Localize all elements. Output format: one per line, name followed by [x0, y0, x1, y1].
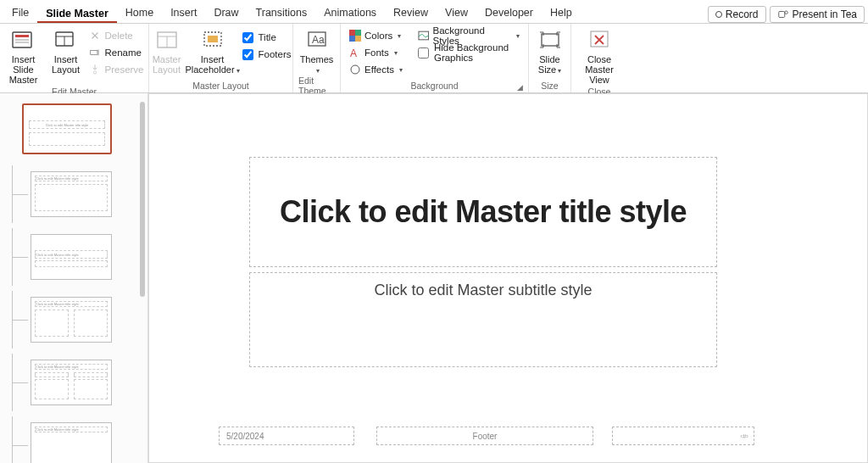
thumb-title: Click to edit Master title style — [35, 427, 108, 432]
master-subtitle-placeholder[interactable]: Click to edit Master subtitle style — [249, 272, 717, 367]
background-launcher[interactable]: ◢ — [517, 83, 523, 92]
svg-point-10 — [94, 71, 97, 75]
menu-tabs: File Slide Master Home Insert Draw Trans… — [0, 0, 868, 24]
hide-background-label: Hide Background Graphics — [434, 42, 520, 63]
slide-canvas[interactable]: Click to edit Master title style Click t… — [183, 94, 859, 455]
effects-icon — [349, 64, 361, 75]
tab-file[interactable]: File — [3, 3, 37, 23]
fonts-button[interactable]: A Fonts▾ — [346, 44, 406, 61]
tab-transitions[interactable]: Transitions — [248, 3, 316, 23]
group-size: Slide Size▾ Size — [529, 24, 571, 92]
colors-icon — [349, 30, 361, 42]
insert-layout-button[interactable]: Insert Layout — [47, 25, 84, 76]
thumbnail-scrollbar[interactable] — [140, 102, 145, 356]
title-checkbox-label: Title — [259, 32, 276, 42]
footers-checkbox[interactable]: Footers — [239, 46, 295, 63]
slide-size-icon — [537, 27, 563, 53]
tab-draw[interactable]: Draw — [205, 3, 247, 23]
tab-help[interactable]: Help — [542, 3, 581, 23]
insert-slide-master-button[interactable]: Insert Slide Master — [1, 25, 45, 86]
tab-animations[interactable]: Animations — [315, 3, 385, 23]
ribbon: Insert Slide Master Insert Layout Delete… — [0, 24, 868, 93]
master-layout-label: Master Layout — [151, 54, 183, 75]
thumb-master-title: Click to edit Master title style — [29, 120, 105, 129]
date-placeholder[interactable]: 5/20/2024 — [219, 427, 354, 445]
footers-checkbox-label: Footers — [259, 49, 292, 59]
thumbnail-layout-1[interactable]: Click to edit Master title style — [31, 171, 112, 217]
preserve-button[interactable]: Preserve — [86, 61, 147, 78]
colors-button[interactable]: Colors▾ — [346, 27, 406, 44]
tab-view[interactable]: View — [437, 3, 476, 23]
title-checkbox[interactable]: Title — [239, 29, 295, 46]
footers-checkbox-input[interactable] — [242, 49, 253, 60]
master-layout-button[interactable]: Master Layout — [147, 25, 186, 76]
effects-label: Effects — [364, 64, 394, 75]
themes-button[interactable]: Aa Themes▾ — [297, 25, 337, 78]
tab-home[interactable]: Home — [117, 3, 162, 23]
tab-developer[interactable]: Developer — [476, 3, 542, 23]
tab-review[interactable]: Review — [385, 3, 437, 23]
svg-rect-3 — [15, 35, 29, 37]
insert-placeholder-button[interactable]: Insert Placeholder▾ — [188, 25, 237, 78]
tree-connector — [13, 445, 28, 446]
slide-size-label: Slide Size▾ — [536, 54, 565, 76]
slide-number-placeholder[interactable]: ‹#› — [612, 427, 754, 445]
thumb-title: Click to edit Master title style — [35, 364, 108, 370]
master-layout-icon — [154, 27, 180, 53]
thumb-title: Click to edit Master title style — [35, 250, 108, 259]
svg-point-23 — [351, 65, 359, 74]
thumbnail-layout-2[interactable]: Click to edit Master title style — [31, 234, 112, 280]
svg-point-1 — [784, 11, 787, 14]
svg-rect-18 — [349, 30, 355, 36]
date-text: 5/20/2024 — [226, 432, 264, 441]
rename-button[interactable]: Rename — [86, 44, 147, 61]
svg-text:A: A — [350, 47, 357, 59]
workspace: Click to edit Master title style Click t… — [0, 93, 868, 463]
close-master-view-button[interactable]: Close Master View — [575, 25, 624, 86]
themes-icon: Aa — [304, 27, 330, 53]
group-background: Colors▾ A Fonts▾ Effects▾ Background Sty… — [341, 24, 529, 92]
thumb-title: Click to edit Master title style — [35, 301, 108, 307]
group-label-master-layout: Master Layout — [192, 81, 249, 91]
svg-rect-9 — [91, 51, 97, 55]
background-styles-button[interactable]: Background Styles▾ — [415, 27, 523, 44]
thumbnail-master[interactable]: Click to edit Master title style — [22, 103, 112, 154]
thumbnail-scrollthumb[interactable] — [140, 102, 145, 297]
rename-label: Rename — [104, 47, 141, 58]
insert-slide-master-label: Insert Slide Master — [4, 54, 42, 85]
footer-placeholder[interactable]: Footer — [376, 427, 593, 445]
slide-size-button[interactable]: Slide Size▾ — [532, 25, 568, 78]
tab-slide-master[interactable]: Slide Master — [37, 3, 117, 24]
group-edit-theme: Aa Themes▾ Edit Theme — [293, 24, 341, 92]
master-title-placeholder[interactable]: Click to edit Master title style — [249, 157, 717, 267]
group-master-layout: Master Layout Insert Placeholder▾ Title … — [149, 24, 293, 92]
svg-rect-21 — [355, 36, 361, 42]
svg-text:Aa: Aa — [312, 34, 325, 46]
slide-editor: Click to edit Master title style Click t… — [148, 93, 868, 463]
delete-button[interactable]: Delete — [86, 27, 147, 44]
fonts-icon: A — [349, 47, 361, 59]
insert-slide-master-icon — [10, 27, 36, 53]
title-checkbox-input[interactable] — [242, 32, 253, 43]
hide-background-checkbox[interactable]: Hide Background Graphics — [415, 44, 523, 61]
record-button[interactable]: Record — [708, 6, 766, 23]
background-styles-icon — [418, 30, 430, 42]
close-master-label: Close Master View — [578, 54, 620, 85]
tab-insert[interactable]: Insert — [162, 3, 205, 23]
close-icon — [587, 27, 612, 53]
delete-icon — [89, 30, 101, 42]
insert-placeholder-icon — [200, 27, 225, 53]
tree-connector — [13, 194, 28, 195]
thumbnail-layout-3[interactable]: Click to edit Master title style — [31, 297, 112, 343]
hide-background-checkbox-input[interactable] — [418, 47, 429, 59]
insert-layout-label: Insert Layout — [50, 54, 81, 75]
present-in-teams-button[interactable]: Present in Tea — [770, 6, 865, 23]
thumbnail-layout-5[interactable]: Click to edit Master title style — [31, 422, 112, 463]
thumbnail-layout-4[interactable]: Click to edit Master title style — [31, 360, 112, 405]
themes-label: Themes▾ — [300, 54, 334, 76]
thumb-title: Click to edit Master title style — [35, 176, 108, 181]
effects-button[interactable]: Effects▾ — [346, 61, 406, 78]
delete-label: Delete — [104, 31, 132, 41]
preserve-icon — [89, 64, 101, 75]
record-label: Record — [726, 8, 759, 20]
